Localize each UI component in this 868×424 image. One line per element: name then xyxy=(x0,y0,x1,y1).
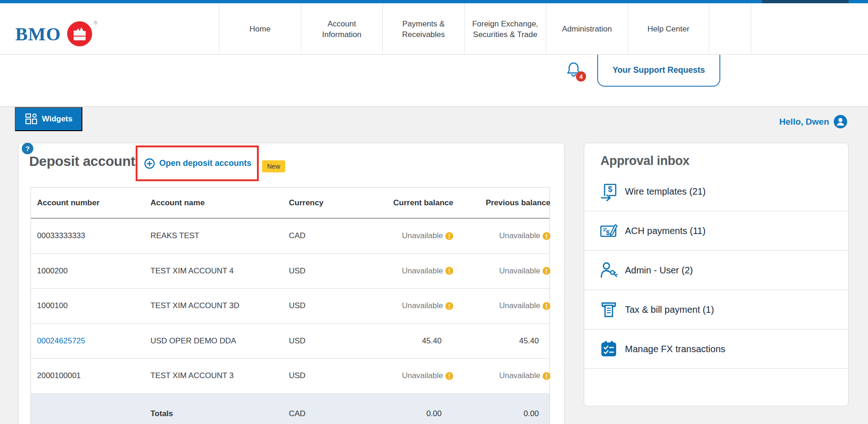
subheader-band: 4 Your Support Requests xyxy=(0,55,868,107)
registered-mark: ® xyxy=(94,20,98,25)
account-number-link[interactable]: 00024625725 xyxy=(37,336,85,346)
balance-text: Unavailable xyxy=(402,301,443,310)
account-name-cell: USD OPER DEMO DDA xyxy=(150,336,236,346)
balance-text: Unavailable xyxy=(402,231,443,240)
nav-item-account-information[interactable]: Account Information xyxy=(301,3,383,55)
col-currency: Currency xyxy=(289,198,324,208)
header: BMO ® Home Account Information Payments … xyxy=(0,3,868,55)
previous-balance-cell: 45.40 xyxy=(462,336,550,346)
approval-inbox-card: Approval inbox $ Wire templates (21) $ xyxy=(584,143,849,406)
warning-icon xyxy=(543,232,550,240)
table-row: 2000100001 TEST XIM ACCOUNT 3 USD Unavai… xyxy=(31,359,550,394)
nav-item-home[interactable]: Home xyxy=(219,3,301,55)
bmo-wordmark: BMO xyxy=(15,23,61,45)
nav-item-payments-receivables[interactable]: Payments & Receivables xyxy=(382,3,464,55)
bmo-roundel-icon xyxy=(67,21,93,47)
account-number-cell: 00033333333 xyxy=(37,231,85,240)
avatar-icon xyxy=(834,115,847,128)
nav-item-foreign-exchange[interactable]: Foreign Exchange, Securities & Trade xyxy=(464,3,546,55)
balance-text: Unavailable xyxy=(402,266,443,276)
nav-item-administration[interactable]: Administration xyxy=(546,3,628,55)
approval-item-label: Admin - User (2) xyxy=(625,265,693,276)
approval-item-label: ACH payments (11) xyxy=(625,226,706,236)
approval-item-manage-fx[interactable]: Manage FX transactions xyxy=(584,329,848,369)
table-row: 1000200 TEST XIM ACCOUNT 4 USD Unavailab… xyxy=(31,254,550,289)
approval-item-label: Tax & bill payment (1) xyxy=(625,304,714,315)
current-balance-cell: 45.40 xyxy=(332,336,453,346)
manage-fx-icon xyxy=(599,339,618,359)
col-account-number: Account number xyxy=(37,198,100,208)
account-name-cell: TEST XIM ACCOUNT 3D xyxy=(150,301,239,310)
widgets-button[interactable]: Widgets xyxy=(15,107,82,131)
previous-balance-cell: Unavailable xyxy=(462,266,550,276)
top-accent-bar xyxy=(0,0,868,3)
widgets-grid-icon xyxy=(25,113,37,125)
balance-text: 45.40 xyxy=(422,336,442,346)
deposit-accounts-table: Account number Account name Currency Cur… xyxy=(31,187,550,424)
bmo-logo[interactable]: BMO ® xyxy=(15,21,98,47)
support-requests-button[interactable]: Your Support Requests xyxy=(597,55,720,87)
balance-text: Unavailable xyxy=(499,301,540,310)
current-balance-cell: Unavailable xyxy=(332,371,453,380)
table-header-row: Account number Account name Currency Cur… xyxy=(31,188,550,219)
svg-text:$: $ xyxy=(608,185,612,194)
previous-balance-cell: Unavailable xyxy=(462,301,550,310)
notifications-button[interactable]: 4 xyxy=(566,61,587,82)
tax-bill-icon xyxy=(599,300,618,319)
balance-text: Unavailable xyxy=(499,371,540,380)
plus-circle-icon xyxy=(144,158,155,169)
deposit-accounts-card: Deposit accounts Open deposit accounts N… xyxy=(18,143,565,424)
approval-item-label: Manage FX transactions xyxy=(625,344,725,354)
currency-cell: USD xyxy=(289,336,306,346)
previous-balance-cell: Unavailable xyxy=(462,371,550,380)
col-previous-balance: Previous balance xyxy=(462,198,550,208)
warning-icon xyxy=(543,267,550,275)
balance-text: Unavailable xyxy=(499,266,540,276)
approval-item-tax-bill[interactable]: Tax & bill payment (1) xyxy=(584,290,848,329)
widgets-label: Widgets xyxy=(42,114,73,124)
approval-item-ach-payments[interactable]: $ ACH payments (11) xyxy=(584,211,848,251)
balance-text: 45.40 xyxy=(519,336,539,346)
approval-list: $ Wire templates (21) $ ACH payments (11… xyxy=(584,172,848,369)
notification-count-badge: 4 xyxy=(576,71,586,82)
balance-text: 0.00 xyxy=(524,409,539,418)
top-accent-bar-dark-segment xyxy=(762,0,849,3)
help-icon[interactable]: ? xyxy=(22,143,33,154)
balance-text: Unavailable xyxy=(499,231,540,240)
table-row: 00033333333 REAKS TEST CAD Unavailable U… xyxy=(31,219,550,254)
account-number-cell: 2000100001 xyxy=(37,371,81,380)
account-name-cell: REAKS TEST xyxy=(150,231,200,240)
current-balance-cell: Unavailable xyxy=(332,231,453,240)
balance-text: Unavailable xyxy=(402,371,443,380)
approval-inbox-title: Approval inbox xyxy=(600,154,689,168)
approval-item-label: Wire templates (21) xyxy=(625,186,706,197)
warning-icon xyxy=(445,302,453,310)
warning-icon xyxy=(445,267,453,275)
open-deposit-accounts-link[interactable]: Open deposit accounts xyxy=(159,158,251,168)
nav-item-help-center[interactable]: Help Center xyxy=(628,3,710,55)
currency-cell: CAD xyxy=(289,231,306,240)
currency-cell: USD xyxy=(289,371,306,380)
approval-item-admin-user[interactable]: Admin - User (2) xyxy=(584,251,848,290)
table-row: 00024625725 USD OPER DEMO DDA USD 45.40 … xyxy=(31,324,550,359)
currency-cell: USD xyxy=(289,266,306,276)
wire-templates-icon: $ xyxy=(599,182,618,201)
account-name-cell: TEST XIM ACCOUNT 4 xyxy=(150,266,234,276)
annotation-highlight-box: Open deposit accounts xyxy=(136,146,259,181)
account-number-cell: 1000200 xyxy=(37,266,68,276)
totals-current-balance: 0.00 xyxy=(332,409,453,418)
ach-payments-icon: $ xyxy=(599,221,618,240)
totals-row: Totals CAD 0.00 0.00 xyxy=(31,394,550,424)
svg-text:$: $ xyxy=(606,228,610,236)
approval-item-wire-templates[interactable]: $ Wire templates (21) xyxy=(584,172,848,211)
account-number-cell: 1000100 xyxy=(37,301,68,310)
nav-divider xyxy=(751,3,751,55)
account-name-cell: TEST XIM ACCOUNT 3 xyxy=(150,371,234,380)
col-current-balance: Current balance xyxy=(332,198,453,208)
admin-user-icon xyxy=(599,260,618,280)
user-menu[interactable]: Hello, Dwen xyxy=(779,115,847,128)
warning-icon xyxy=(445,372,453,380)
greeting-text: Hello, Dwen xyxy=(779,117,829,127)
balance-text: 0.00 xyxy=(426,409,442,418)
table-row: 1000100 TEST XIM ACCOUNT 3D USD Unavaila… xyxy=(31,289,550,324)
